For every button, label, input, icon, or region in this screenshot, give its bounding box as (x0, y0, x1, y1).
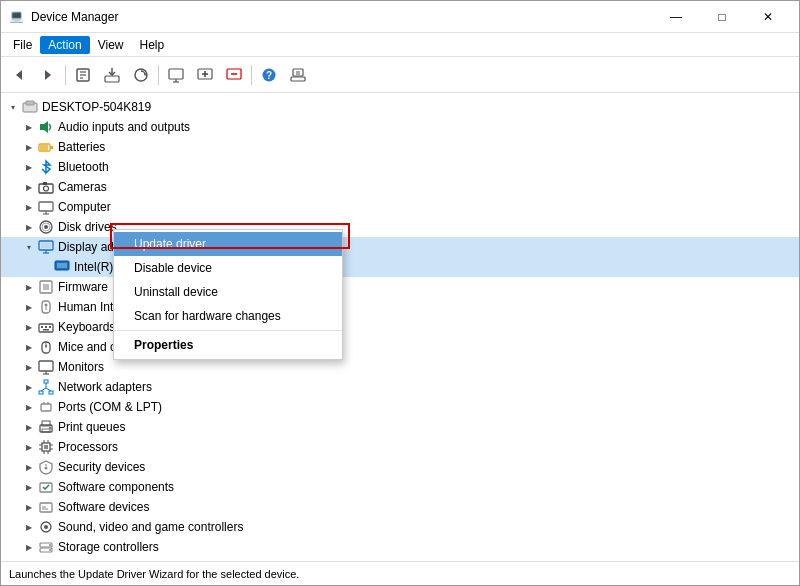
software-comp-icon (37, 478, 55, 496)
computer-expander[interactable]: ▶ (21, 197, 37, 217)
help-button[interactable]: ? (255, 61, 283, 89)
info-button[interactable] (284, 61, 312, 89)
back-button[interactable] (5, 61, 33, 89)
properties-label: Properties (134, 338, 193, 352)
root-label: DESKTOP-504K819 (42, 100, 151, 114)
sound-expander[interactable]: ▶ (21, 517, 37, 537)
tree-item-system[interactable]: ▶ System devices (1, 557, 799, 561)
software-comp-expander[interactable]: ▶ (21, 477, 37, 497)
context-menu-properties[interactable]: Properties (114, 333, 342, 357)
svg-rect-44 (43, 284, 49, 290)
svg-point-89 (44, 525, 48, 529)
tree-item-batteries[interactable]: ▶ Batteries (1, 137, 799, 157)
intel-expander[interactable] (37, 257, 53, 277)
svg-point-29 (44, 186, 49, 191)
context-menu: Update driver Disable device Uninstall d… (113, 229, 343, 360)
svg-rect-52 (43, 329, 49, 331)
update-driver-label: Update driver (134, 237, 206, 251)
print-expander[interactable]: ▶ (21, 417, 37, 437)
context-menu-disable-device[interactable]: Disable device (114, 256, 342, 280)
close-button[interactable]: ✕ (745, 1, 791, 33)
forward-button[interactable] (34, 61, 62, 89)
maximize-button[interactable]: □ (699, 1, 745, 33)
disk-expander[interactable]: ▶ (21, 217, 37, 237)
software-dev-expander[interactable]: ▶ (21, 497, 37, 517)
mice-expander[interactable]: ▶ (21, 337, 37, 357)
tree-item-processors[interactable]: ▶ Processors (1, 437, 799, 457)
ports-expander[interactable]: ▶ (21, 397, 37, 417)
update-driver-button[interactable] (98, 61, 126, 89)
monitor-button[interactable] (162, 61, 190, 89)
system-label: System devices (58, 560, 142, 561)
audio-expander[interactable]: ▶ (21, 117, 37, 137)
storage-icon (37, 538, 55, 556)
menu-help[interactable]: Help (132, 36, 173, 54)
tree-item-cameras[interactable]: ▶ Cameras (1, 177, 799, 197)
cameras-expander[interactable]: ▶ (21, 177, 37, 197)
tree-root[interactable]: ▾ DESKTOP-504K819 (1, 97, 799, 117)
menu-file[interactable]: File (5, 36, 40, 54)
scan-hardware-button[interactable] (127, 61, 155, 89)
minimize-button[interactable]: — (653, 1, 699, 33)
title-bar: 💻 Device Manager — □ ✕ (1, 1, 799, 33)
network-label: Network adapters (58, 380, 152, 394)
tree-item-sound[interactable]: ▶ Sound, video and game controllers (1, 517, 799, 537)
context-menu-update-driver[interactable]: Update driver (114, 232, 342, 256)
properties-button[interactable] (69, 61, 97, 89)
bluetooth-icon (37, 158, 55, 176)
security-label: Security devices (58, 460, 145, 474)
monitors-icon (37, 358, 55, 376)
mice-icon (37, 338, 55, 356)
network-expander[interactable]: ▶ (21, 377, 37, 397)
tree-item-software-devices[interactable]: ▶ Software devices (1, 497, 799, 517)
menu-action[interactable]: Action (40, 36, 89, 54)
monitors-expander[interactable]: ▶ (21, 357, 37, 377)
processors-expander[interactable]: ▶ (21, 437, 37, 457)
svg-point-35 (44, 225, 48, 229)
security-expander[interactable]: ▶ (21, 457, 37, 477)
bluetooth-expander[interactable]: ▶ (21, 157, 37, 177)
hid-expander[interactable]: ▶ (21, 297, 37, 317)
svg-marker-0 (16, 70, 22, 80)
menu-view[interactable]: View (90, 36, 132, 54)
toolbar: ? (1, 57, 799, 93)
svg-point-55 (45, 345, 47, 347)
firmware-expander[interactable]: ▶ (21, 277, 37, 297)
tree-item-audio[interactable]: ▶ Audio inputs and outputs (1, 117, 799, 137)
batteries-label: Batteries (58, 140, 105, 154)
system-icon (37, 558, 55, 561)
computer-label: Computer (58, 200, 111, 214)
tree-item-print[interactable]: ▶ Print queues (1, 417, 799, 437)
tree-item-bluetooth[interactable]: ▶ Bluetooth (1, 157, 799, 177)
display-expander[interactable]: ▾ (21, 237, 37, 257)
add-driver-button[interactable] (191, 61, 219, 89)
tree-item-ports[interactable]: ▶ Ports (COM & LPT) (1, 397, 799, 417)
tree-item-computer[interactable]: ▶ Computer (1, 197, 799, 217)
tree-item-monitors[interactable]: ▶ Monitors (1, 357, 799, 377)
system-expander[interactable]: ▶ (21, 557, 37, 561)
print-label: Print queues (58, 420, 125, 434)
tree-item-security[interactable]: ▶ Security devices (1, 457, 799, 477)
ports-label: Ports (COM & LPT) (58, 400, 162, 414)
sound-icon (37, 518, 55, 536)
print-icon (37, 418, 55, 436)
toolbar-separator-2 (158, 65, 159, 85)
batteries-expander[interactable]: ▶ (21, 137, 37, 157)
keyboard-icon (37, 318, 55, 336)
tree-item-storage[interactable]: ▶ Storage controllers (1, 537, 799, 557)
storage-label: Storage controllers (58, 540, 159, 554)
window-title: Device Manager (31, 10, 653, 24)
tree-item-software-components[interactable]: ▶ Software components (1, 477, 799, 497)
device-manager-window: 💻 Device Manager — □ ✕ File Action View … (0, 0, 800, 586)
remove-button[interactable] (220, 61, 248, 89)
context-menu-scan-hardware[interactable]: Scan for hardware changes (114, 304, 342, 328)
root-expander[interactable]: ▾ (5, 97, 21, 117)
svg-point-82 (45, 467, 48, 470)
context-menu-uninstall-device[interactable]: Uninstall device (114, 280, 342, 304)
uninstall-device-label: Uninstall device (134, 285, 218, 299)
tree-item-network[interactable]: ▶ Network adapters (1, 377, 799, 397)
toolbar-separator-3 (251, 65, 252, 85)
svg-marker-24 (40, 121, 48, 133)
keyboard-expander[interactable]: ▶ (21, 317, 37, 337)
storage-expander[interactable]: ▶ (21, 537, 37, 557)
